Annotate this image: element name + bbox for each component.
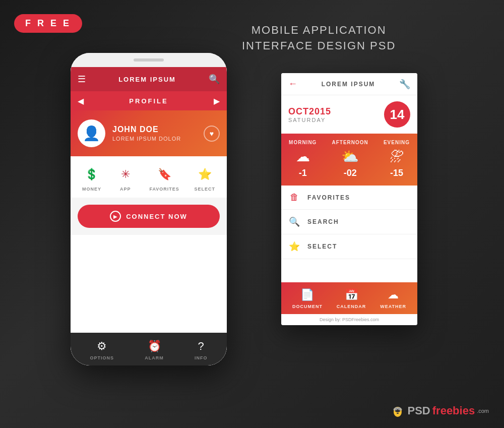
weather-morning-temp: -1 — [299, 168, 307, 178]
app-nav-weather[interactable]: ☁ WEATHER — [380, 288, 406, 309]
menu-label-app: APP — [120, 187, 131, 192]
weather-afternoon: AFTERNOON ⛅ -02 — [332, 140, 368, 178]
weather-section: MORNING ☁ -1 AFTERNOON ⛅ -02 EVENING ⛈ -… — [281, 134, 417, 186]
nav-label-options: OPTIONS — [90, 355, 114, 360]
menu-item-money[interactable]: 💲 MONEY — [82, 165, 101, 192]
star-list-icon: ⭐ — [288, 241, 300, 252]
cloud-afternoon-icon: ⛅ — [341, 148, 359, 165]
brand-psd: PSD — [408, 404, 430, 417]
avatar: 👤 — [78, 119, 105, 147]
connect-section: ▶ CONNECT NOW — [71, 198, 227, 235]
profile-nav-title: PROFILE — [129, 97, 168, 105]
nav-item-info[interactable]: ? INFO — [195, 340, 208, 360]
nav-item-options[interactable]: ⚙ OPTIONS — [90, 340, 114, 360]
cloud-evening-icon: ⛈ — [390, 148, 404, 165]
menu-grid: 💲 MONEY ✳ APP 🔖 FAVORITES ⭐ SELECT — [71, 156, 227, 198]
bee-icon — [390, 403, 406, 419]
info-icon: ? — [198, 340, 204, 353]
search-list-icon: 🔍 — [288, 216, 300, 227]
user-icon: 👤 — [83, 125, 100, 142]
money-icon: 💲 — [83, 165, 101, 184]
weather-evening-temp: -15 — [390, 168, 403, 178]
phone-mockup: ☰ LOREM IPSUM 🔍 ◀ PROFILE ▶ 👤 JOHN DOE L… — [71, 53, 227, 365]
date-day-name: SATURDAY — [288, 117, 331, 123]
menu-label-favorites: FAVORITES — [149, 187, 179, 192]
app-header-title: LOREM IPSUM — [322, 81, 375, 88]
weather-afternoon-label: AFTERNOON — [332, 140, 368, 145]
app-nav-weather-label: WEATHER — [380, 304, 406, 309]
play-icon: ▶ — [110, 211, 121, 222]
svg-rect-5 — [397, 413, 399, 414]
list-item-search[interactable]: 🔍 SEARCH — [281, 210, 417, 234]
free-badge: F R E E — [14, 14, 82, 33]
nav-label-info: INFO — [195, 355, 208, 360]
app-header: ← LOREM IPSUM 🔧 — [281, 73, 417, 95]
weather-morning: MORNING ☁ -1 — [289, 140, 317, 178]
app-icon: ✳ — [116, 165, 135, 184]
heart-button[interactable]: ♥ — [204, 126, 220, 142]
list-label-favorites: FAVORITES — [307, 194, 350, 201]
branding: PSD freebies .com — [390, 403, 489, 419]
list-label-select: SELECT — [307, 243, 337, 250]
profile-nav: ◀ PROFILE ▶ — [71, 91, 227, 110]
menu-item-select[interactable]: ⭐ SELECT — [195, 165, 216, 192]
weather-nav-icon: ☁ — [388, 288, 399, 301]
weather-evening: EVENING ⛈ -15 — [384, 140, 410, 178]
brand-com: .com — [477, 408, 489, 414]
bookmark-icon: 🔖 — [155, 165, 173, 184]
trash-icon: 🗑 — [288, 192, 300, 203]
brand-freebies: freebies — [432, 404, 475, 417]
profile-info: JOHN DOE LOREM IPSUM DOLOR — [112, 125, 197, 142]
share-icon[interactable]: ← — [288, 79, 297, 89]
nav-label-alarm: ALARM — [145, 355, 164, 360]
list-label-search: SEARCH — [307, 218, 339, 225]
date-section: OCT2015 SATURDAY 14 — [281, 95, 417, 134]
app-nav-document-label: DOCUMENT — [292, 304, 323, 309]
phone-header: ☰ LOREM IPSUM 🔍 — [71, 67, 227, 91]
weather-afternoon-temp: -02 — [344, 168, 357, 178]
menu-label-select: SELECT — [195, 187, 216, 192]
cloud-morning-icon: ☁ — [296, 148, 310, 165]
date-circle: 14 — [384, 101, 410, 128]
profile-section: 👤 JOHN DOE LOREM IPSUM DOLOR ♥ — [71, 110, 227, 156]
menu-label-money: MONEY — [82, 187, 101, 192]
menu-item-app[interactable]: ✳ APP — [116, 165, 135, 192]
app-nav-document[interactable]: 📄 DOCUMENT — [292, 288, 323, 309]
weather-morning-label: MORNING — [289, 140, 317, 145]
search-icon[interactable]: 🔍 — [209, 74, 220, 85]
phone-notch — [71, 53, 227, 67]
phone-screen: ☰ LOREM IPSUM 🔍 ◀ PROFILE ▶ 👤 JOHN DOE L… — [71, 67, 227, 365]
weather-evening-label: EVENING — [384, 140, 410, 145]
date-month-year: OCT2015 — [288, 106, 331, 117]
list-item-select[interactable]: ⭐ SELECT — [281, 234, 417, 259]
alarm-icon: ⏰ — [148, 340, 161, 353]
profile-subtitle: LOREM IPSUM DOLOR — [112, 136, 197, 142]
phone-speaker — [134, 58, 164, 62]
menu-item-favorites[interactable]: 🔖 FAVORITES — [149, 165, 179, 192]
next-arrow-icon[interactable]: ▶ — [214, 96, 220, 106]
connect-button[interactable]: ▶ CONNECT NOW — [78, 205, 220, 228]
page-title: MOBILE APPLICATION INTERFACE DESIGN PSD — [242, 23, 396, 54]
app-bottom-nav: 📄 DOCUMENT 📅 CALENDAR ☁ WEATHER — [281, 282, 417, 314]
profile-name: JOHN DOE — [112, 125, 197, 134]
app-nav-calendar-label: CALENDAR — [337, 304, 366, 309]
app-nav-calendar[interactable]: 📅 CALENDAR — [337, 288, 366, 309]
nav-item-alarm[interactable]: ⏰ ALARM — [145, 340, 164, 360]
date-info: OCT2015 SATURDAY — [288, 106, 331, 123]
phone-header-title: LOREM IPSUM — [118, 76, 176, 83]
connect-button-label: CONNECT NOW — [126, 213, 187, 220]
svg-rect-4 — [397, 411, 399, 412]
phone-bottom-nav: ⚙ OPTIONS ⏰ ALARM ? INFO — [71, 333, 227, 365]
app-screen: ← LOREM IPSUM 🔧 OCT2015 SATURDAY 14 MORN… — [281, 73, 417, 325]
list-item-favorites[interactable]: 🗑 FAVORITES — [281, 186, 417, 210]
document-icon: 📄 — [300, 288, 314, 301]
design-by: Design by: PSDFreebies.com — [281, 314, 417, 325]
wrench-icon[interactable]: 🔧 — [399, 79, 410, 90]
hamburger-icon[interactable]: ☰ — [78, 74, 86, 85]
gear-icon: ⚙ — [97, 340, 107, 353]
star-icon: ⭐ — [196, 165, 214, 184]
prev-arrow-icon[interactable]: ◀ — [78, 96, 84, 106]
menu-list: 🗑 FAVORITES 🔍 SEARCH ⭐ SELECT — [281, 186, 417, 282]
calendar-icon: 📅 — [345, 288, 358, 301]
